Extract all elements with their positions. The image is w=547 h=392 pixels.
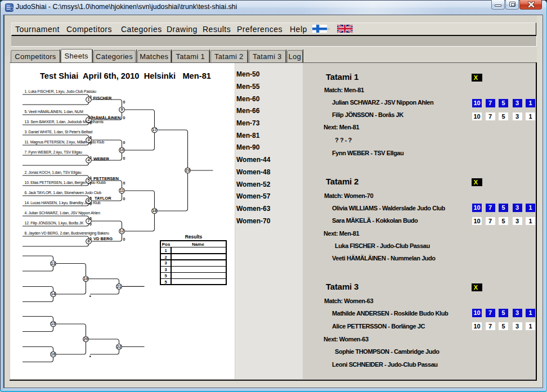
svg-text:14: 14: [51, 292, 56, 296]
svg-text:19: 19: [84, 277, 88, 281]
svg-text:22: 22: [117, 345, 122, 349]
svg-text:9: 9: [121, 107, 123, 111]
svg-text:10: 10: [120, 148, 124, 152]
svg-text:15: 15: [51, 322, 56, 326]
svg-text:11: 11: [120, 188, 124, 192]
svg-text:16: 16: [51, 352, 56, 356]
svg-text:21: 21: [117, 285, 122, 289]
svg-text:23: 23: [186, 168, 190, 172]
svg-text:17: 17: [153, 128, 157, 132]
svg-text:18: 18: [153, 209, 157, 213]
svg-text:13: 13: [51, 262, 56, 265]
svg-text:12: 12: [120, 229, 124, 233]
svg-text:20: 20: [84, 337, 88, 341]
